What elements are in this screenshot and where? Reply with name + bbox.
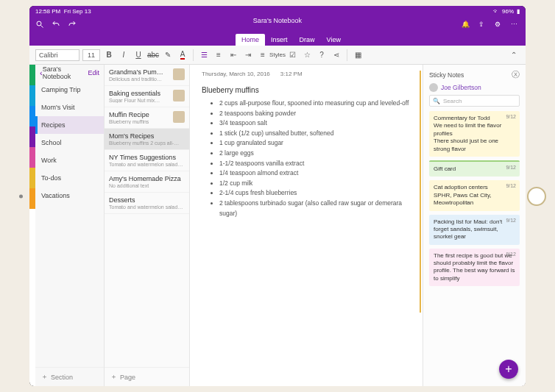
section-color-tab[interactable]	[29, 147, 35, 168]
tag-button[interactable]: ⋖	[330, 49, 342, 61]
sticky-note[interactable]: 9/12Commentary for Todd We need to limit…	[429, 111, 520, 157]
ingredient-item: 1 stick (1/2 cup) unsalted butter, softe…	[219, 129, 411, 139]
numbering-button[interactable]: ≡	[213, 49, 225, 61]
add-page-button[interactable]: ＋Page	[105, 367, 189, 386]
section-item[interactable]: Camping Trip	[35, 81, 104, 99]
sticky-notes-pane: Sticky Notes ⓧ Joe Gilbertson 🔍 Search 9…	[423, 65, 526, 386]
battery-pct: 96%	[502, 8, 514, 15]
app-titlebar: Sara's Notebook 🔔 ⇪ ⚙ ⋯	[29, 16, 526, 32]
wifi-icon: ᯤ	[493, 8, 499, 15]
todo-button[interactable]: ☑	[286, 49, 298, 61]
sticky-note[interactable]: 9/12Gift card	[429, 160, 520, 177]
note-date: Thursday, March 10, 2016	[202, 71, 270, 77]
section-color-tab[interactable]	[29, 85, 35, 106]
ribbon: Calibri 11 B I U abc ✎ A ☰ ≡ ⇤ ⇥ ≡ Style…	[29, 46, 526, 65]
note-text: Cat adoption centers SPHR, Paws Cat City…	[434, 184, 515, 207]
question-button[interactable]: ?	[316, 49, 328, 61]
ribbon-tabs: Home Insert Draw View	[29, 32, 526, 46]
sticky-search[interactable]: 🔍 Search	[429, 95, 520, 107]
section-item[interactable]: Work	[35, 152, 104, 169]
font-selector[interactable]: Calibri	[35, 49, 79, 61]
page-subtitle: Delicious and traditio…	[109, 76, 170, 82]
search-icon: 🔍	[433, 98, 440, 104]
sticky-user[interactable]: Joe Gilbertson	[429, 83, 520, 92]
status-time: 12:58 PM	[35, 8, 60, 15]
section-color-tab[interactable]	[29, 126, 35, 147]
section-color-tab[interactable]	[29, 188, 35, 209]
ingredient-item: 2 cups all-purpose flour, spooned into m…	[219, 99, 411, 109]
page-item[interactable]: Baking essentialsSugar Flour Nut mix…	[105, 86, 189, 107]
svg-point-0	[37, 21, 41, 26]
ingredient-item: 2-1/4 cups fresh blueberries	[219, 188, 411, 199]
sections-pane: ‹ Sara's Notebook Edit Camping TripMom's…	[35, 65, 105, 386]
star-button[interactable]: ☆	[301, 49, 313, 61]
settings-icon[interactable]: ⚙	[493, 20, 502, 29]
page-item[interactable]: Grandma's Pum…Delicious and traditio…	[105, 65, 189, 86]
strike-button[interactable]: abc	[147, 49, 159, 61]
close-icon[interactable]: ⓧ	[512, 69, 520, 80]
ingredient-item: 1 cup granulated sugar	[219, 138, 411, 149]
undo-icon[interactable]	[52, 20, 60, 29]
font-color-button[interactable]: A	[177, 49, 188, 61]
page-subtitle: Blueberry muffins 2 cups all-…	[109, 140, 185, 146]
plus-icon: +	[505, 363, 512, 376]
tab-home[interactable]: Home	[236, 34, 265, 46]
underline-button[interactable]: U	[132, 49, 144, 61]
font-size[interactable]: 11	[82, 49, 100, 61]
section-item[interactable]: Mom's Visit	[35, 99, 104, 116]
note-time: 3:12 PM	[280, 71, 303, 77]
add-section-button[interactable]: ＋Section	[35, 367, 104, 386]
svg-line-1	[41, 26, 43, 28]
bell-icon[interactable]: 🔔	[461, 20, 470, 29]
sticky-note[interactable]: 9/12The first recipe is good but we shou…	[429, 249, 520, 287]
edit-button[interactable]: Edit	[88, 69, 99, 76]
redo-icon[interactable]	[68, 20, 77, 29]
outdent-button[interactable]: ⇤	[227, 49, 239, 61]
canvas-marker	[420, 71, 421, 313]
ipad-home-button[interactable]	[527, 187, 546, 206]
ingredient-item: 1-1/2 teaspoons vanilla extract	[219, 159, 411, 169]
tab-draw[interactable]: Draw	[294, 34, 321, 46]
page-item[interactable]: Mom's RecipesBlueberry muffins 2 cups al…	[105, 129, 189, 150]
note-canvas[interactable]: Thursday, March 10, 2016 3:12 PM Blueber…	[190, 65, 423, 386]
search-icon[interactable]	[35, 20, 44, 29]
page-title: Baking essentials	[109, 90, 170, 97]
section-color-tab[interactable]	[29, 65, 35, 85]
tab-insert[interactable]: Insert	[265, 34, 294, 46]
tab-view[interactable]: View	[321, 34, 347, 46]
section-item[interactable]: Vacations	[35, 187, 104, 204]
ingredient-item: 2 large eggs	[219, 149, 411, 159]
share-icon[interactable]: ⇪	[477, 20, 486, 29]
page-item[interactable]: Muffin RecipeBlueberry muffins	[105, 107, 189, 129]
section-color-tab[interactable]	[29, 106, 35, 126]
bullets-button[interactable]: ☰	[198, 49, 210, 61]
section-item[interactable]: To-dos	[35, 169, 104, 187]
styles-button[interactable]: Styles	[272, 49, 283, 61]
align-button[interactable]: ≡	[257, 49, 269, 61]
page-subtitle: Sugar Flour Nut mix…	[109, 98, 170, 103]
section-item[interactable]: School	[35, 134, 104, 152]
sticky-note[interactable]: 9/12Packing list for Maui: don't forget …	[429, 215, 520, 245]
notebook-title: Sara's Notebook	[253, 17, 302, 24]
note-date: 9/12	[506, 164, 516, 171]
bold-button[interactable]: B	[103, 49, 115, 61]
ribbon-collapse-icon[interactable]: ⌃	[508, 49, 520, 61]
insert-button[interactable]: ▦	[352, 49, 364, 61]
sticky-note[interactable]: 9/12Cat adoption centers SPHR, Paws Cat …	[429, 180, 520, 210]
page-subtitle: No additional text	[109, 183, 185, 188]
note-text: Packing list for Maui: don't forget sand…	[434, 218, 515, 241]
section-color-tab[interactable]	[29, 168, 35, 188]
more-icon[interactable]: ⋯	[509, 20, 518, 29]
page-subtitle: Blueberry muffins	[109, 119, 170, 124]
indent-button[interactable]: ⇥	[242, 49, 254, 61]
page-item[interactable]: DessertsTomato and watermelon salad…	[105, 193, 189, 214]
section-item[interactable]: Recipes	[35, 116, 104, 134]
add-note-fab[interactable]: +	[499, 360, 518, 379]
pages-pane: Grandma's Pum…Delicious and traditio…Bak…	[105, 65, 190, 386]
note-date: 9/12	[506, 182, 516, 189]
page-item[interactable]: NY Times SuggestionsTomato and watermelo…	[105, 150, 189, 171]
highlight-button[interactable]: ✎	[162, 49, 174, 61]
italic-button[interactable]: I	[118, 49, 130, 61]
avatar	[429, 83, 438, 92]
page-item[interactable]: Amy's Homemade PizzaNo additional text	[105, 171, 189, 193]
